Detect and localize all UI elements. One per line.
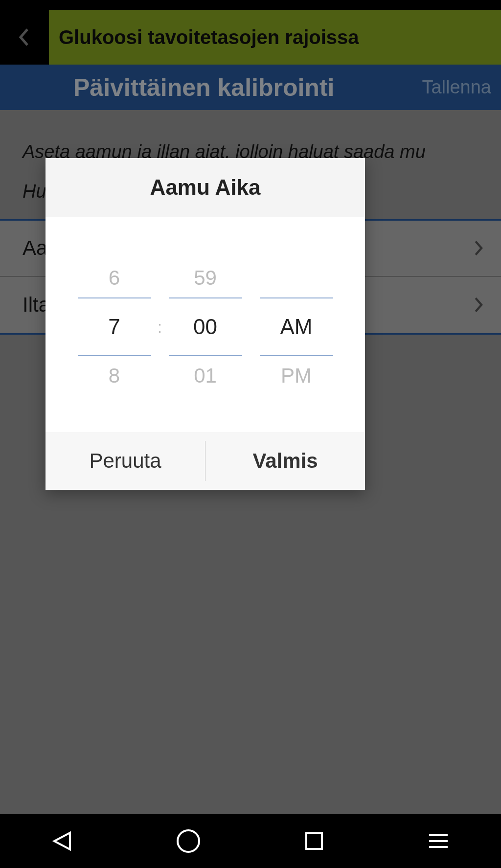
ampm-current: AM <box>260 297 333 356</box>
system-nav-bar <box>0 814 501 868</box>
dialog-footer: Peruuta Valmis <box>46 432 365 490</box>
time-picker-dialog: Aamu Aika 6 7 8 : 59 00 01 AM PM Peruuta <box>46 158 365 490</box>
minute-next: 01 <box>169 356 242 395</box>
hour-next: 8 <box>78 356 151 395</box>
hour-wheel[interactable]: 6 7 8 <box>78 258 151 395</box>
nav-home-icon[interactable] <box>175 828 202 854</box>
ampm-next: PM <box>260 356 333 395</box>
nav-back-icon[interactable] <box>50 829 75 853</box>
ampm-wheel[interactable]: AM PM <box>260 258 333 395</box>
dialog-title: Aamu Aika <box>46 158 365 217</box>
cancel-button[interactable]: Peruuta <box>46 432 205 490</box>
nav-menu-icon[interactable] <box>426 831 451 851</box>
minute-current: 00 <box>169 297 242 356</box>
status-bar <box>0 0 501 10</box>
svg-point-1 <box>178 830 199 852</box>
hour-prev: 6 <box>78 258 151 297</box>
minute-wheel[interactable]: 59 00 01 <box>169 258 242 395</box>
ampm-prev <box>260 258 333 297</box>
nav-recents-icon[interactable] <box>302 829 326 853</box>
minute-prev: 59 <box>169 258 242 297</box>
hour-current: 7 <box>78 297 151 356</box>
time-colon: : <box>151 318 169 337</box>
done-button[interactable]: Valmis <box>205 432 365 490</box>
svg-rect-2 <box>306 833 322 849</box>
picker-area: 6 7 8 : 59 00 01 AM PM <box>46 217 365 432</box>
svg-marker-0 <box>54 833 70 849</box>
